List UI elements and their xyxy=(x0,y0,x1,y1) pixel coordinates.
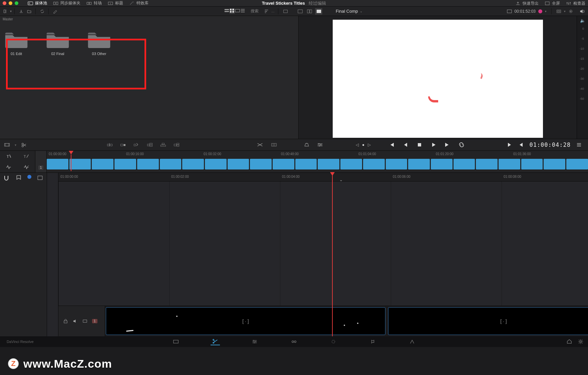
upper-timeline-area[interactable]: 01:00:00:00 01:00:16:00 01:00:32:00 01:0… xyxy=(47,151,588,172)
metadata-view-button[interactable] xyxy=(224,8,229,14)
stop-icon[interactable] xyxy=(416,142,422,147)
thumbnail-clip[interactable] xyxy=(521,159,543,169)
thumbnail-clip[interactable] xyxy=(454,159,475,169)
media-pool-tab[interactable]: 媒体池 xyxy=(28,0,47,6)
maximize-window-icon[interactable] xyxy=(15,1,18,5)
thumbnail-clip[interactable] xyxy=(273,159,294,169)
thumbnail-clip[interactable] xyxy=(92,159,113,169)
thumbnail-clip[interactable] xyxy=(69,159,91,169)
close-window-icon[interactable] xyxy=(3,1,6,5)
sound-icon[interactable] xyxy=(73,319,78,324)
close-up-icon[interactable] xyxy=(147,142,153,147)
safe-area-icon[interactable] xyxy=(556,9,561,14)
deliver-page-icon[interactable] xyxy=(407,338,417,345)
cut-page-icon[interactable] xyxy=(211,338,220,345)
breadcrumb[interactable]: Master xyxy=(0,16,298,22)
ripple-overwrite-icon[interactable] xyxy=(133,142,139,147)
lower-playhead[interactable] xyxy=(332,173,333,336)
speaker-icon[interactable] xyxy=(580,9,585,14)
viewer-mode-a-button[interactable] xyxy=(296,8,304,15)
speaker-icon[interactable]: 🔈 xyxy=(580,18,585,23)
snapping-icon[interactable] xyxy=(3,175,10,181)
sync-lock-icon[interactable] xyxy=(304,142,310,147)
thumbnail-clip[interactable] xyxy=(431,159,453,169)
playhead-handle-icon[interactable] xyxy=(330,172,335,176)
titles-tab[interactable]: T 标题 xyxy=(108,0,123,6)
text-tool-b-icon[interactable]: T xyxy=(23,153,30,159)
step-forward-icon[interactable] xyxy=(445,142,451,147)
folder-item[interactable]: 01 Edit xyxy=(4,31,29,56)
fusion-page-icon[interactable] xyxy=(289,338,299,345)
lock-icon[interactable] xyxy=(63,319,68,324)
effects-tab[interactable]: 特效库 xyxy=(129,0,149,6)
flag-icon[interactable] xyxy=(37,175,43,181)
folder-item[interactable]: 02 Final xyxy=(45,31,70,56)
transitions-tab[interactable]: 转场 xyxy=(86,0,102,6)
import-folder-button[interactable] xyxy=(25,8,33,15)
scopes-icon[interactable] xyxy=(568,9,573,14)
minimize-window-icon[interactable] xyxy=(9,1,12,5)
thumbnail-clip[interactable] xyxy=(499,159,520,169)
prev-marker-icon[interactable]: ◁ xyxy=(356,142,359,147)
audio-sync-icon[interactable] xyxy=(5,164,12,170)
timeline-clip[interactable]: [ · ] xyxy=(388,307,588,335)
inspector-button[interactable]: 检查器 xyxy=(566,0,585,7)
text-tool-a-icon[interactable]: T xyxy=(5,153,12,159)
viewer-mode-c-button[interactable] xyxy=(315,8,322,15)
composite-clips-strip[interactable]: [ · ] [ · ] [ · ] xyxy=(105,306,588,336)
strip-view-button[interactable] xyxy=(235,8,240,14)
thumbnail-clip[interactable] xyxy=(476,159,498,169)
search-field[interactable]: 搜索 xyxy=(247,8,263,14)
thumbnail-clip[interactable] xyxy=(408,159,430,169)
split-clip-icon[interactable] xyxy=(21,142,27,147)
edit-button[interactable] xyxy=(51,8,59,15)
lower-ruler[interactable]: 01:00:00:00 01:00:02:00 01:00:04:00 01:0… xyxy=(58,173,588,181)
boring-detector-icon[interactable] xyxy=(4,142,10,147)
marker-icon[interactable] xyxy=(15,175,22,181)
sort-button[interactable] xyxy=(263,8,270,15)
thumbnail-clip[interactable] xyxy=(318,159,339,169)
window-controls[interactable] xyxy=(3,1,18,5)
timeline-options-icon[interactable] xyxy=(317,142,323,147)
composite-track-header[interactable]: 1 xyxy=(58,306,105,336)
step-back-icon[interactable] xyxy=(402,142,408,147)
sync-bin-tab[interactable]: 同步媒体夹 xyxy=(53,0,80,6)
fairlight-page-icon[interactable] xyxy=(368,338,377,345)
thumbnail-clip[interactable] xyxy=(363,159,385,169)
thumbnail-clip[interactable] xyxy=(386,159,407,169)
thumbnail-clip[interactable] xyxy=(566,159,588,169)
marker-dot-icon[interactable]: ● xyxy=(362,142,364,147)
color-page-icon[interactable] xyxy=(329,338,338,345)
zoom-button[interactable] xyxy=(282,8,289,15)
chevron-down-icon[interactable]: ⌄ xyxy=(339,177,343,182)
thumbnail-clip[interactable] xyxy=(160,159,182,169)
thumbnail-clip[interactable] xyxy=(295,159,317,169)
viewer-mode-b-button[interactable] xyxy=(306,8,313,15)
timeline-clip[interactable]: [ · ] xyxy=(106,307,385,335)
thumbnail-clip[interactable] xyxy=(114,159,136,169)
thumbnail-clip[interactable] xyxy=(228,159,249,169)
cut-tools-icon[interactable] xyxy=(271,142,277,147)
transition-icon[interactable] xyxy=(257,142,263,147)
thumbnail-clip[interactable] xyxy=(205,159,227,169)
import-media-button[interactable] xyxy=(17,8,25,15)
edit-page-icon[interactable] xyxy=(250,338,259,345)
media-page-icon[interactable] xyxy=(171,338,181,345)
home-icon[interactable] xyxy=(567,339,572,344)
thumbnail-clip[interactable] xyxy=(47,159,68,169)
gear-icon[interactable] xyxy=(578,339,583,344)
full-screen-button[interactable]: 全屏 xyxy=(545,0,560,7)
sync-button[interactable] xyxy=(38,8,46,15)
play-icon[interactable] xyxy=(430,142,436,147)
video-tracks-area[interactable] xyxy=(58,181,588,306)
audio-trim-icon[interactable] xyxy=(23,164,30,170)
clip-thumbs-row[interactable] xyxy=(47,158,588,169)
view-mode-toggle[interactable] xyxy=(224,8,245,14)
timeline-menu-icon[interactable] xyxy=(576,142,582,147)
jump-prev-edit-icon[interactable] xyxy=(518,142,524,147)
place-on-top-icon[interactable] xyxy=(160,142,166,147)
video-track-icon[interactable] xyxy=(82,319,87,324)
list-view-button[interactable] xyxy=(240,8,245,14)
folder-item[interactable]: 03 Other xyxy=(87,31,111,56)
jump-next-edit-icon[interactable] xyxy=(507,142,513,147)
